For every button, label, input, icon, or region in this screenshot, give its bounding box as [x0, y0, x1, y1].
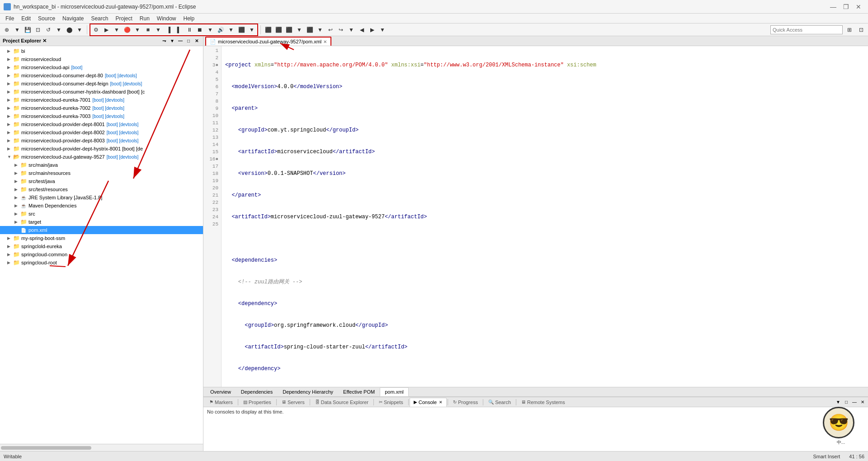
- tree-item-src-main-res[interactable]: ▶ 📁 src/main/resources: [0, 169, 203, 177]
- bottom-tab-progress[interactable]: ↻ Progress: [449, 398, 482, 407]
- tree-item-provider-8001[interactable]: ▶ 📁 microservicecloud-provider-dept-8001…: [0, 120, 203, 128]
- toolbar-btn5[interactable]: ↺: [43, 25, 53, 35]
- toolbar-r-btn12[interactable]: ▼: [377, 25, 387, 35]
- toolbar-r-btn9[interactable]: ▼: [346, 25, 356, 35]
- tree-item-api[interactable]: ▶ 📁 microservicecloud-api [boot]: [0, 63, 203, 71]
- code-lines[interactable]: <project xmlns="http://maven.apache.org/…: [222, 46, 868, 387]
- bottom-action-btn1[interactable]: ▼: [835, 399, 842, 406]
- panel-close-btn[interactable]: ✕: [193, 38, 200, 45]
- tree-item-src-test-res[interactable]: ▶ 📁 src/test/resources: [0, 185, 203, 193]
- pom-tab-xml[interactable]: pom.xml: [380, 387, 409, 396]
- toolbar-hl-btn7[interactable]: ▼: [153, 25, 163, 35]
- tree-item-spring-ssm[interactable]: ▶ 📁 my-spring-boot-ssm: [0, 234, 203, 242]
- menu-project[interactable]: Project: [112, 14, 136, 24]
- menu-file[interactable]: File: [2, 14, 18, 24]
- panel-collapse-btn[interactable]: ⇁: [160, 38, 168, 45]
- tree-item-bi[interactable]: ▶ 📁 bi: [0, 47, 203, 55]
- tree-scrollbar[interactable]: [0, 444, 203, 451]
- tree-item-src-main-java[interactable]: ▶ 📁 src/main/java: [0, 161, 203, 169]
- bottom-action-btn2[interactable]: □: [843, 399, 850, 406]
- menu-source[interactable]: Source: [34, 14, 59, 24]
- toolbar-hl-btn13[interactable]: 🔊: [216, 25, 226, 35]
- toolbar-hl-btn10[interactable]: ⏸: [184, 25, 194, 35]
- minimize-button[interactable]: —: [827, 2, 839, 12]
- tree-item-feign[interactable]: ▶ 📁 microservicecloud-consumer-dept-feig…: [0, 80, 203, 88]
- toolbar-r-btn10[interactable]: ◀: [357, 25, 367, 35]
- toolbar-new-btn[interactable]: ⊕: [2, 25, 12, 35]
- menu-edit[interactable]: Edit: [18, 14, 34, 24]
- panel-max-btn[interactable]: □: [185, 38, 192, 45]
- bottom-action-btn3[interactable]: —: [851, 399, 858, 406]
- toolbar-r-btn3[interactable]: ⬛: [284, 25, 294, 35]
- pom-tab-hierarchy[interactable]: Dependency Hierarchy: [278, 387, 338, 396]
- bottom-tab-properties[interactable]: ▤ Properties: [239, 398, 275, 407]
- panel-menu-btn[interactable]: ▼: [169, 38, 176, 45]
- menu-search[interactable]: Search: [87, 14, 112, 24]
- tree-item-provider-8002[interactable]: ▶ 📁 microservicecloud-provider-dept-8002…: [0, 128, 203, 136]
- tree-item-zuul[interactable]: ▼ 📂 microservicecloud-zuul-gateway-9527 …: [0, 153, 203, 161]
- toolbar-hl-btn11[interactable]: ⏹: [195, 25, 205, 35]
- tree-item-microservicecloud[interactable]: ▶ 📁 microservicecloud: [0, 55, 203, 63]
- toolbar-hl-btn6[interactable]: ◾: [143, 25, 153, 35]
- quick-access-input[interactable]: [770, 25, 843, 34]
- tree-item-src[interactable]: ▶ 📁 src: [0, 210, 203, 218]
- tree-item-springcloud-common[interactable]: ▶ 📁 springcloud-common: [0, 250, 203, 259]
- toolbar-hl-btn15[interactable]: ⬛: [236, 25, 246, 35]
- toolbar-hl-btn1[interactable]: ⚙: [91, 25, 101, 35]
- bottom-tab-servers[interactable]: 🖥 Servers: [278, 398, 309, 407]
- toolbar-hl-btn16[interactable]: ▼: [247, 25, 257, 35]
- tree-item-hystrix-dashboard[interactable]: ▶ 📁 microservicecloud-consumer-hystrix-d…: [0, 88, 203, 96]
- tree-item-maven-deps[interactable]: ▶ ☕ Maven Dependencies: [0, 202, 203, 210]
- perspective-btn2[interactable]: ⊡: [856, 25, 866, 35]
- bottom-tab-datasource[interactable]: 🗄 Data Source Explorer: [311, 398, 373, 407]
- tree-item-target[interactable]: ▶ 📁 target: [0, 218, 203, 226]
- menu-run[interactable]: Run: [136, 14, 153, 24]
- toolbar-hl-btn3[interactable]: ▼: [112, 25, 122, 35]
- tree-item-eureka-7002[interactable]: ▶ 📁 microservicecloud-eureka-7002 [boot]…: [0, 104, 203, 112]
- bottom-action-btn4[interactable]: ✕: [859, 399, 866, 406]
- tree-item-provider-hystrix-8001[interactable]: ▶ 📁 microservicecloud-provider-dept-hyst…: [0, 145, 203, 153]
- toolbar-r-btn5[interactable]: ⬛: [305, 25, 315, 35]
- bottom-tab-remote[interactable]: 🖥 Remote Systems: [517, 398, 569, 407]
- pom-tab-effective[interactable]: Effective POM: [338, 387, 380, 396]
- toolbar-btn4[interactable]: ⊡: [33, 25, 43, 35]
- console-close[interactable]: ✕: [439, 400, 443, 405]
- toolbar-btn8[interactable]: ▼: [75, 25, 85, 35]
- tree-item-provider-8003[interactable]: ▶ 📁 microservicecloud-provider-dept-8003…: [0, 136, 203, 145]
- editor-content[interactable]: 1 2 3● 4 5 6 7 8 9 10 11 12 13 14: [203, 46, 868, 387]
- toolbar-hl-btn14[interactable]: ▼: [226, 25, 236, 35]
- toolbar-hl-btn5[interactable]: ▼: [132, 25, 142, 35]
- pom-tab-dependencies[interactable]: Dependencies: [236, 387, 278, 396]
- bottom-tab-console[interactable]: ▶ Console ✕: [410, 398, 447, 407]
- menu-window[interactable]: Window: [153, 14, 180, 24]
- tree-item-springclold-eureka[interactable]: ▶ 📁 springclold-eureka: [0, 242, 203, 250]
- toolbar-btn7[interactable]: ⬤: [64, 25, 74, 35]
- tree-item-pom[interactable]: 📄 pom.xml: [0, 226, 203, 234]
- toolbar-btn3[interactable]: 💾: [23, 25, 33, 35]
- menu-navigate[interactable]: Navigate: [59, 14, 87, 24]
- tree-item-consumer-80[interactable]: ▶ 📁 microservicecloud-consumer-dept-80 […: [0, 71, 203, 80]
- bottom-tab-markers[interactable]: ⚑ Markers: [205, 398, 237, 407]
- toolbar-r-btn11[interactable]: ▶: [367, 25, 377, 35]
- maximize-button[interactable]: ❐: [840, 2, 852, 12]
- tree-item-jre[interactable]: ▶ ☕ JRE System Library [JavaSE-1.8]: [0, 193, 203, 202]
- toolbar-r-btn2[interactable]: ⬛: [274, 25, 283, 35]
- menu-help[interactable]: Help: [180, 14, 198, 24]
- toolbar-hl-btn4[interactable]: 🔴: [122, 25, 132, 35]
- toolbar-r-btn4[interactable]: ▼: [294, 25, 304, 35]
- toolbar-hl-btn9[interactable]: ▌: [174, 25, 184, 35]
- pom-tab-overview[interactable]: Overview: [205, 387, 236, 396]
- toolbar-btn6[interactable]: ▼: [54, 25, 64, 35]
- tree-item-src-test-java[interactable]: ▶ 📁 src/test/java: [0, 177, 203, 185]
- editor-tab-pom[interactable]: 📄 microservicecloud-zuul-gateway-9527/po…: [205, 37, 331, 46]
- toolbar-btn2[interactable]: ▼: [12, 25, 22, 35]
- toolbar-r-btn8[interactable]: ↪: [336, 25, 346, 35]
- panel-min-btn[interactable]: —: [177, 38, 184, 45]
- toolbar-hl-btn8[interactable]: ▐: [164, 25, 174, 35]
- tree-item-eureka-7001[interactable]: ▶ 📁 microservicecloud-eureka-7001 [boot]…: [0, 96, 203, 104]
- tree-item-eureka-7003[interactable]: ▶ 📁 microservicecloud-eureka-7003 [boot]…: [0, 112, 203, 120]
- editor-tab-close[interactable]: ✕: [323, 39, 327, 44]
- toolbar-hl-btn2[interactable]: ▶: [101, 25, 111, 35]
- tree-item-springcloud-root[interactable]: ▶ 📁 springcloud-root: [0, 259, 203, 267]
- bottom-tab-search[interactable]: 🔍 Search: [484, 398, 515, 407]
